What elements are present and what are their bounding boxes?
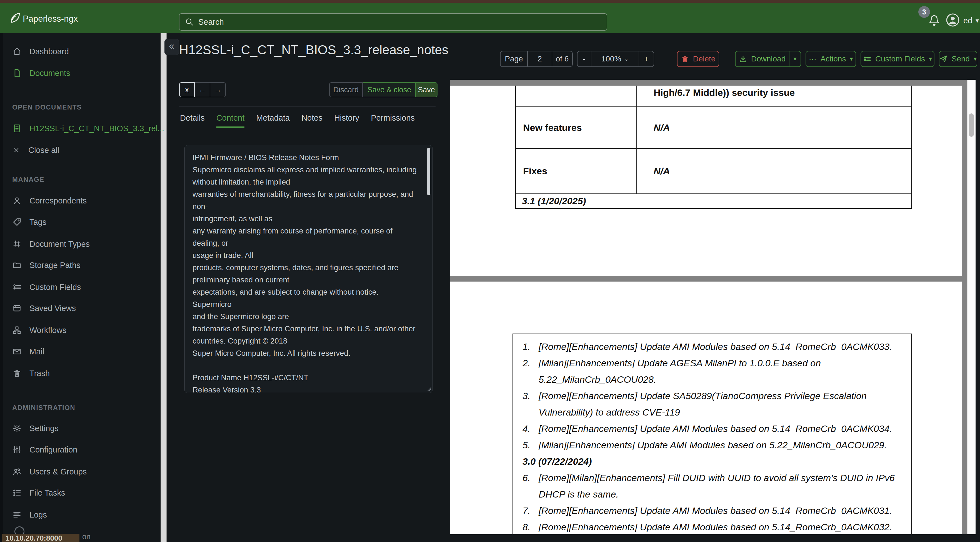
save-button[interactable]: Save xyxy=(416,82,438,97)
list-item: 8. [Rome][Enhancements] Update AMI Modul… xyxy=(522,519,905,534)
user-avatar-icon[interactable] xyxy=(945,13,960,27)
sidebar-item-users-groups[interactable]: Users & Groups xyxy=(12,463,87,480)
tab-metadata[interactable]: Metadata xyxy=(256,113,290,128)
page-count-label: of 6 xyxy=(552,51,572,67)
sidebar-header-manage: MANAGE xyxy=(12,176,45,183)
sidebar-item-trash[interactable]: Trash xyxy=(12,365,50,382)
saved-views-icon xyxy=(12,303,22,313)
zoom-level-select[interactable]: 100% ⌄ xyxy=(591,51,639,67)
global-search-input[interactable]: Search xyxy=(179,13,607,30)
sidebar-item-documents[interactable]: Documents xyxy=(12,65,70,81)
sidebar-item-workflows[interactable]: Workflows xyxy=(12,322,67,338)
release-notes-list: 1. [Rome][Enhancements] Update AMI Modul… xyxy=(512,333,912,534)
chevrons-left-icon: « xyxy=(169,40,175,52)
paperless-logo-icon[interactable] xyxy=(8,12,21,24)
list-item: 4. [Rome][Enhancements] Update AMI Modul… xyxy=(522,421,905,437)
table-row: New features N/A xyxy=(516,107,911,149)
tab-notes[interactable]: Notes xyxy=(301,113,323,128)
caret-down-icon: ▾ xyxy=(793,55,796,62)
list-item: 1. [Rome][Enhancements] Update AMI Modul… xyxy=(522,338,905,355)
document-icon xyxy=(12,69,22,78)
list-item: 6. [Rome][Milan][Enhancements] Fill DUID… xyxy=(522,470,905,502)
table-cell-value: N/A xyxy=(637,107,911,148)
left-edge xyxy=(0,33,3,542)
notification-count-badge: 3 xyxy=(918,6,930,18)
page-number-input[interactable]: 2 xyxy=(527,51,552,67)
workflows-icon xyxy=(12,325,22,335)
app-brand[interactable]: Paperless-ngx xyxy=(23,14,78,24)
user-menu[interactable]: ed xyxy=(963,16,972,25)
next-document-button[interactable]: → xyxy=(210,82,226,97)
sidebar-item-document-types[interactable]: Document Types xyxy=(12,236,90,252)
hash-icon xyxy=(12,239,22,249)
textarea-scrollbar[interactable] xyxy=(427,148,430,195)
table-row: High/6.7 Middle)) security issue xyxy=(516,86,911,107)
tab-permissions[interactable]: Permissions xyxy=(371,113,415,128)
viewer-scrollbar-track[interactable] xyxy=(967,80,975,534)
textarea-resize-handle[interactable] xyxy=(426,385,432,391)
custom-fields-icon xyxy=(863,55,872,63)
caret-down-icon: ▾ xyxy=(929,55,932,62)
delete-button[interactable]: Delete xyxy=(677,51,719,67)
sidebar-item-open-document[interactable]: H12SSL-i_C_CT_NT_BIOS_3.3_rel... xyxy=(12,120,164,137)
sidebar-item-mail[interactable]: Mail xyxy=(12,343,44,360)
sidebar-item-tags[interactable]: Tags xyxy=(12,214,46,230)
sidebar-item-file-tasks[interactable]: File Tasks xyxy=(12,485,65,501)
sidebar-scrollbar[interactable] xyxy=(161,33,167,542)
sidebar-item-dashboard[interactable]: Dashboard xyxy=(12,43,69,60)
send-button[interactable]: Send ▾ xyxy=(939,51,977,67)
page-gap xyxy=(450,276,962,282)
table-version-row: 3.1 (1/20/2025) xyxy=(516,194,911,209)
list-item: 5. [Milan][Enhancements] Update AMI Modu… xyxy=(522,437,905,453)
user-menu-caret-icon: ▾ xyxy=(975,17,979,24)
sidebar-collapse-button[interactable]: « xyxy=(164,39,179,55)
sidebar-item-logs[interactable]: Logs xyxy=(12,507,47,523)
list-item: 2. [Milan][Enhancements] Update AGESA Mi… xyxy=(522,355,905,388)
browser-status-url: 10.10.20.70:8000 xyxy=(2,534,80,542)
page-navigation: Page 2 of 6 xyxy=(500,51,573,67)
tab-content[interactable]: Content xyxy=(216,113,245,128)
sidebar-item-storage-paths[interactable]: Storage Paths xyxy=(12,257,81,274)
tag-icon xyxy=(12,217,22,227)
download-button[interactable]: Download xyxy=(735,51,789,67)
viewer-right-margin xyxy=(962,80,967,534)
tabs-divider xyxy=(179,106,436,107)
sidebar-item-configuration[interactable]: Configuration xyxy=(12,442,78,458)
zoom-controls: - 100% ⌄ + xyxy=(577,51,654,67)
sidebar-item-custom-fields[interactable]: Custom Fields xyxy=(12,279,81,295)
download-options-button[interactable]: ▾ xyxy=(789,51,801,67)
custom-fields-button[interactable]: Custom Fields ▾ xyxy=(861,51,934,67)
table-cell-label: Fixes xyxy=(516,149,637,193)
caret-down-icon: ▾ xyxy=(974,55,977,62)
sidebar-item-settings[interactable]: Settings xyxy=(12,420,59,437)
sidebar-header-administration: ADMINISTRATION xyxy=(12,404,75,412)
list-item: 7. [Rome][Enhancements] Update AMI Modul… xyxy=(522,502,905,519)
logs-icon xyxy=(12,510,22,520)
chevron-down-icon: ⌄ xyxy=(624,56,628,62)
sidebar-item-close-all[interactable]: Close all xyxy=(12,142,59,158)
document-content-textarea[interactable]: IPMI Firmware / BIOS Release Notes Form … xyxy=(185,145,433,393)
tab-history[interactable]: History xyxy=(334,113,359,128)
tab-details[interactable]: Details xyxy=(180,113,205,128)
trash-icon xyxy=(12,368,22,378)
viewer-scrollbar-thumb[interactable] xyxy=(969,113,974,137)
notifications-bell-icon[interactable] xyxy=(927,14,941,28)
save-and-close-button[interactable]: Save & close xyxy=(363,82,416,97)
discard-button[interactable]: Discard xyxy=(329,82,363,97)
list-item: 3. [Rome][Enhancements] Update SA50289(T… xyxy=(522,388,905,421)
sidebar-partial-label: on xyxy=(82,532,91,541)
previous-document-button[interactable]: ← xyxy=(195,82,210,97)
table-row: Fixes N/A xyxy=(516,149,911,194)
zoom-in-button[interactable]: + xyxy=(639,51,654,67)
close-editor-button[interactable]: x xyxy=(179,82,195,97)
zoom-out-button[interactable]: - xyxy=(578,51,591,67)
mail-icon xyxy=(12,347,22,356)
actions-button[interactable]: ⋯ Actions ▾ xyxy=(805,51,856,67)
top-navbar: Paperless-ngx Search 3 ed ▾ xyxy=(0,3,980,33)
save-group: Discard Save & close Save xyxy=(329,82,438,97)
sidebar-item-correspondents[interactable]: Correspondents xyxy=(12,192,87,209)
pdf-preview-pane[interactable]: High/6.7 Middle)) security issue New fea… xyxy=(450,80,975,534)
sidebar-item-saved-views[interactable]: Saved Views xyxy=(12,300,76,317)
users-icon xyxy=(12,467,22,477)
search-icon xyxy=(185,18,194,26)
